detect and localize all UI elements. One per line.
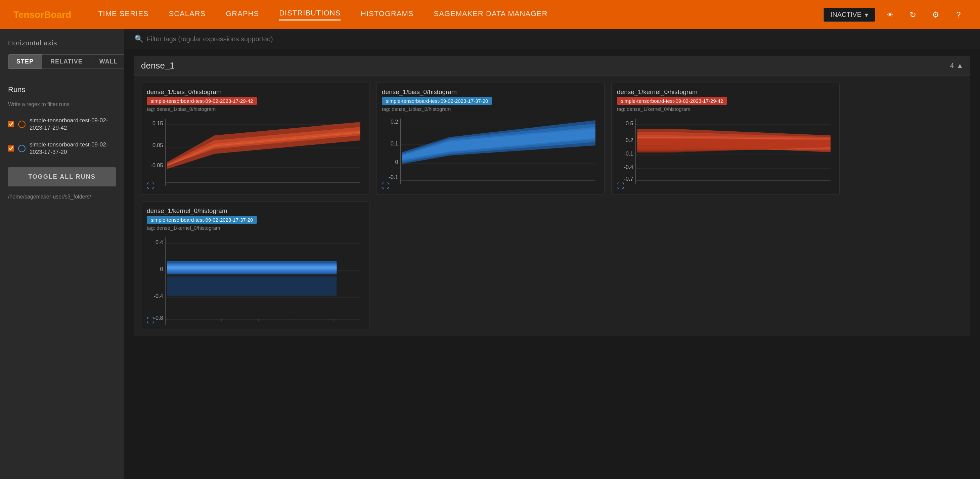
chart-svg-3: 0.5 0.2 -0.1 -0.4 -0.7	[617, 115, 834, 189]
section-title-dense1: dense_1	[141, 60, 175, 71]
chart-title-4: dense_1/kernel_0/histogram	[147, 207, 364, 215]
svg-rect-62	[167, 278, 337, 294]
svg-text:-0.05: -0.05	[151, 162, 163, 168]
toggle-all-runs-button[interactable]: TOGGLE ALL RUNS	[8, 167, 116, 186]
chart-card-3: dense_1/kernel_0/histogram simple-tensor…	[611, 83, 840, 195]
filter-bar: 🔍	[124, 29, 980, 49]
expand-icon-3[interactable]: ⛶	[617, 182, 624, 191]
run-item-1: simple-tensorboard-test-09-02-2023-17-29…	[8, 117, 116, 132]
chart-svg-inner-1: 0.15 0.05 -0.05	[147, 115, 364, 189]
theme-icon[interactable]: ☀	[882, 7, 898, 23]
chart-svg-inner-3: 0.5 0.2 -0.1 -0.4 -0.7	[617, 115, 834, 189]
section-dense1: dense_1 4 ▲ dense_1/bias_0/histogram sim…	[134, 56, 970, 336]
chart-svg-inner-2: 0.2 0.1 0 -0.1	[382, 115, 599, 189]
svg-rect-60	[167, 266, 337, 269]
axis-wall-btn[interactable]: WALL	[91, 54, 126, 69]
horizontal-axis-label: Horizontal axis	[8, 39, 116, 47]
svg-text:-0.4: -0.4	[624, 164, 633, 170]
chevron-down-icon: ▾	[865, 11, 868, 19]
svg-text:0.5: 0.5	[626, 120, 633, 126]
axis-buttons: STEP RELATIVE WALL	[8, 54, 116, 69]
nav-graphs[interactable]: GRAPHS	[226, 10, 259, 20]
svg-text:-0.1: -0.1	[389, 174, 398, 180]
svg-text:0: 0	[395, 159, 398, 165]
section-body-dense1: dense_1/bias_0/histogram simple-tensorbo…	[134, 76, 970, 336]
content-area: dense_1 4 ▲ dense_1/bias_0/histogram sim…	[124, 49, 980, 479]
section-count-dense1: 4 ▲	[950, 62, 963, 70]
app-logo: TensorBoard	[13, 10, 71, 20]
svg-text:-0.4: -0.4	[154, 293, 163, 299]
chart-tag-3: tag: dense_1/kernel_0/histogram	[617, 106, 834, 112]
chart-card-1: dense_1/bias_0/histogram simple-tensorbo…	[141, 83, 369, 195]
nav-items: TIME SERIES SCALARS GRAPHS DISTRIBUTIONS…	[98, 9, 824, 21]
chart-card-4: dense_1/kernel_0/histogram simple-tensor…	[141, 202, 369, 329]
axis-relative-btn[interactable]: RELATIVE	[42, 54, 91, 69]
chevron-up-icon[interactable]: ▲	[956, 62, 963, 70]
filter-hint: Write a regex to filter runs	[8, 102, 116, 108]
svg-text:-0.7: -0.7	[624, 176, 633, 182]
run-1-checkbox[interactable]	[8, 120, 14, 128]
chart-svg-1: 0.15 0.05 -0.05	[147, 115, 364, 189]
chart-badge-2: simple-tensorboard-test-09-02-2023-17-37…	[382, 97, 492, 105]
run-1-circle	[18, 121, 25, 128]
svg-text:0.4: 0.4	[156, 239, 163, 245]
nav-right: INACTIVE ▾ ☀ ↻ ⚙ ?	[824, 7, 967, 23]
svg-marker-7	[167, 122, 360, 169]
nav-histograms[interactable]: HISTOGRAMS	[361, 10, 414, 20]
chart-title-2: dense_1/bias_0/histogram	[382, 88, 599, 96]
chart-tag-2: tag: dense_1/bias_0/histogram	[382, 106, 599, 112]
svg-text:0.05: 0.05	[153, 142, 163, 148]
filter-input[interactable]	[147, 35, 970, 43]
nav-scalars[interactable]: SCALARS	[169, 10, 206, 20]
chart-badge-1: simple-tensorboard-test-09-02-2023-17-29…	[147, 97, 257, 105]
refresh-icon[interactable]: ↻	[905, 7, 921, 23]
chart-card-2: dense_1/bias_0/histogram simple-tensorbo…	[376, 83, 605, 195]
axis-step-btn[interactable]: STEP	[8, 54, 42, 69]
svg-text:-0.8: -0.8	[154, 315, 163, 321]
run-2-checkbox[interactable]	[8, 145, 14, 153]
settings-icon[interactable]: ⚙	[928, 7, 944, 23]
status-label: INACTIVE	[830, 11, 861, 19]
run-2-label: simple-tensorboard-test-09-02-2023-17-37…	[30, 141, 116, 156]
chart-badge-3: simple-tensorboard-test-09-02-2023-17-29…	[617, 97, 727, 105]
status-dropdown[interactable]: INACTIVE ▾	[824, 8, 875, 22]
main-layout: Horizontal axis STEP RELATIVE WALL Runs …	[0, 29, 980, 479]
runs-label: Runs	[8, 85, 116, 94]
expand-icon-1[interactable]: ⛶	[147, 182, 154, 191]
svg-text:0: 0	[160, 266, 163, 272]
section-header-dense1: dense_1 4 ▲	[134, 56, 970, 76]
chart-tag-4: tag: dense_1/kernel_0/histogram	[147, 225, 364, 231]
topnav: TensorBoard TIME SERIES SCALARS GRAPHS D…	[0, 0, 980, 29]
chart-title-1: dense_1/bias_0/histogram	[147, 88, 364, 96]
svg-text:0.1: 0.1	[391, 140, 398, 146]
chart-tag-1: tag: dense_1/bias_0/histogram	[147, 106, 364, 112]
search-icon: 🔍	[134, 35, 143, 43]
svg-text:0.15: 0.15	[153, 120, 163, 126]
expand-icon-2[interactable]: ⛶	[382, 182, 389, 191]
chart-svg-2: 0.2 0.1 0 -0.1	[382, 115, 599, 189]
folder-path: /home/sagemaker-user/s3_folders/	[8, 194, 116, 200]
expand-icon-4[interactable]: ⛶	[147, 316, 154, 325]
run-1-label: simple-tensorboard-test-09-02-2023-17-29…	[30, 117, 116, 132]
svg-text:-0.1: -0.1	[624, 151, 633, 156]
chart-title-3: dense_1/kernel_0/histogram	[617, 88, 834, 96]
svg-text:0.2: 0.2	[391, 119, 398, 125]
chart-svg-4: 0.4 0 -0.4 -0.8	[147, 234, 364, 335]
run-2-circle	[18, 145, 25, 152]
help-icon[interactable]: ?	[950, 7, 967, 23]
nav-sagemaker[interactable]: SAGEMAKER DATA MANAGER	[434, 10, 548, 20]
main-content: 🔍 dense_1 4 ▲ dense_1/bias_0/histogram	[124, 29, 980, 479]
chart-badge-4: simple-tensorboard-test-09-02-2023-17-37…	[147, 216, 257, 224]
nav-distributions[interactable]: DISTRIBUTIONS	[279, 9, 340, 21]
sidebar-divider	[8, 77, 116, 77]
svg-text:0.2: 0.2	[626, 137, 633, 143]
nav-time-series[interactable]: TIME SERIES	[98, 10, 148, 20]
chart-svg-inner-4: 0.4 0 -0.4 -0.8	[147, 234, 364, 335]
sidebar: Horizontal axis STEP RELATIVE WALL Runs …	[0, 29, 124, 479]
run-item-2: simple-tensorboard-test-09-02-2023-17-37…	[8, 141, 116, 156]
